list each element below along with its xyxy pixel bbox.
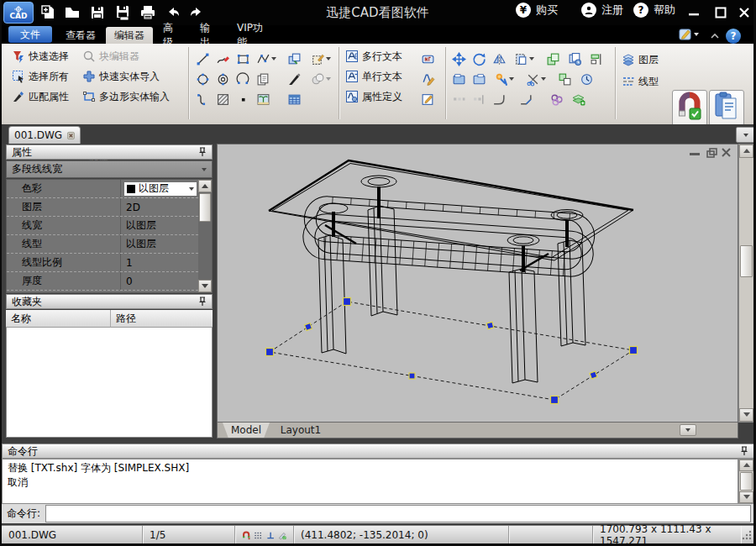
- layout1-tab[interactable]: Layout1: [273, 423, 328, 438]
- tab-editor[interactable]: 编辑器: [106, 27, 153, 44]
- property-row-layer[interactable]: 图层 2D: [7, 198, 198, 217]
- wipeout-dropdown-caret[interactable]: [326, 77, 331, 81]
- group-objects-button[interactable]: [558, 71, 576, 87]
- rect-array-button[interactable]: [452, 71, 470, 87]
- add-layer-button[interactable]: [571, 91, 590, 108]
- image-tool-button[interactable]: [256, 91, 275, 108]
- hatch-tool-button[interactable]: [216, 91, 234, 108]
- register-button[interactable]: 注册: [581, 3, 623, 18]
- properties-pin-icon[interactable]: [198, 147, 207, 157]
- insert-block-button[interactable]: [287, 50, 306, 67]
- match-properties-button[interactable]: 匹配属性: [12, 89, 69, 104]
- close-button[interactable]: [734, 3, 754, 23]
- command-pin-icon[interactable]: [740, 446, 748, 456]
- grid-toggle-icon[interactable]: [254, 529, 262, 542]
- point-tool-button[interactable]: [236, 91, 255, 108]
- command-input[interactable]: [45, 505, 751, 522]
- tab-viewer[interactable]: 查看器: [57, 27, 104, 44]
- property-type-selector[interactable]: 多段线线宽: [6, 160, 213, 178]
- offset-dropdown-caret[interactable]: [529, 57, 534, 60]
- text-style-button[interactable]: [421, 71, 439, 87]
- color-combobox[interactable]: 以图层: [123, 181, 197, 197]
- drawing-canvas[interactable]: [217, 144, 738, 423]
- rotate-tool-button[interactable]: [472, 50, 491, 67]
- favorites-list-body[interactable]: [6, 328, 213, 438]
- quick-select-button[interactable]: 快速选择: [12, 49, 69, 64]
- property-row-thickness[interactable]: 厚度 0: [7, 272, 198, 291]
- command-history[interactable]: 替换 [TXT.shx] 字体为 [SIMPLEX.SHX] 取消: [2, 459, 738, 504]
- erase-dropdown-caret[interactable]: [509, 77, 514, 81]
- circle-tool-button[interactable]: [196, 71, 214, 87]
- document-tab[interactable]: 001.DWG: [8, 126, 81, 144]
- linetype-button[interactable]: 线型: [622, 74, 659, 89]
- tab-output[interactable]: 输出: [192, 27, 227, 44]
- menu-help-icon[interactable]: ?: [726, 27, 741, 44]
- fillet-tool-button[interactable]: [492, 91, 511, 108]
- collapse-ribbon-icon[interactable]: [709, 29, 721, 45]
- arc-tool-button[interactable]: [236, 71, 255, 87]
- rectangle-tool-button[interactable]: [236, 50, 255, 67]
- dtext-button[interactable]: 单行文本: [345, 69, 402, 84]
- maximize-button[interactable]: [711, 3, 731, 23]
- align-tool-button[interactable]: [590, 50, 608, 67]
- block-editor-button[interactable]: 块编辑器: [82, 49, 139, 64]
- select-all-button[interactable]: 选择所有: [12, 69, 69, 84]
- copy-with-basepoint-button[interactable]: [568, 50, 586, 67]
- canvas-vertical-scrollbar[interactable]: [738, 144, 754, 423]
- favorites-name-column-header[interactable]: 名称: [6, 310, 111, 328]
- chamfer-tool-button[interactable]: [519, 91, 538, 108]
- erase-tool-button[interactable]: [494, 71, 519, 87]
- spline-tool-button[interactable]: [196, 91, 214, 108]
- copy-tool-button[interactable]: [546, 50, 564, 67]
- quick-edit-icon[interactable]: [679, 28, 699, 45]
- property-row-linetype[interactable]: 线型 以图层: [7, 235, 198, 254]
- tab-close-icon[interactable]: [67, 130, 75, 141]
- polyline-dropdown-caret[interactable]: [271, 57, 276, 60]
- layers-button[interactable]: 图层: [622, 52, 659, 67]
- line-tool-button[interactable]: [196, 50, 214, 67]
- polyline-tool-button[interactable]: [256, 50, 281, 67]
- buy-button[interactable]: ¥ 购买: [516, 3, 558, 18]
- region-tool-button[interactable]: [549, 91, 568, 108]
- properties-scrollbar[interactable]: [198, 180, 212, 292]
- mtext-button[interactable]: 多行文本: [345, 49, 402, 64]
- field-tool-button[interactable]: [421, 50, 439, 67]
- time-tool-button[interactable]: [580, 71, 598, 87]
- boundary-dropdown-caret[interactable]: [326, 57, 331, 60]
- donut-tool-button[interactable]: [216, 71, 234, 87]
- help-button[interactable]: ? 帮助: [633, 3, 675, 18]
- polygon-entity-input-button[interactable]: 多边形实体输入: [82, 89, 170, 104]
- trim-dropdown-caret[interactable]: [541, 77, 546, 81]
- command-scrollbar[interactable]: [738, 459, 754, 504]
- model-tab[interactable]: Model: [223, 423, 270, 438]
- minimize-button[interactable]: [684, 3, 704, 23]
- table-tool-button[interactable]: [287, 91, 306, 108]
- trim-tool-button[interactable]: [526, 71, 551, 87]
- property-row-color[interactable]: 色彩 以图层: [7, 180, 198, 198]
- mirror-tool-button[interactable]: [492, 50, 511, 67]
- boundary-tool-button[interactable]: [311, 50, 336, 67]
- ortho-toggle-icon[interactable]: [266, 529, 275, 542]
- pen-tool-button[interactable]: [287, 71, 306, 87]
- tab-file[interactable]: 文件: [8, 26, 52, 43]
- path-array-button[interactable]: [472, 71, 491, 87]
- quick-entity-import-button[interactable]: 快速实体导入: [82, 69, 160, 84]
- offset-tool-button[interactable]: [514, 50, 539, 67]
- snap-toggle-icon[interactable]: [242, 529, 250, 542]
- tab-vip[interactable]: VIP功能: [228, 27, 277, 44]
- tab-advanced[interactable]: 高级: [155, 27, 190, 44]
- edit-text-button[interactable]: [421, 91, 439, 108]
- array-disabled-button[interactable]: [452, 91, 470, 108]
- draw-order-toggle-icon[interactable]: [278, 529, 286, 542]
- sketch-tool-button[interactable]: [216, 50, 234, 67]
- property-row-ltscale[interactable]: 线型比例 1: [7, 254, 198, 272]
- favorites-pin-icon[interactable]: [198, 297, 207, 307]
- tab-list-dropdown-button[interactable]: [736, 127, 755, 143]
- favorites-path-column-header[interactable]: 路径: [111, 310, 213, 328]
- attribute-definition-button[interactable]: 属性定义: [345, 89, 402, 104]
- divide-disabled-button[interactable]: [472, 91, 491, 108]
- move-tool-button[interactable]: [452, 50, 470, 67]
- layout-scroll-button[interactable]: [680, 424, 696, 436]
- copy-object-button[interactable]: [256, 71, 275, 87]
- wipeout-tool-button[interactable]: [311, 71, 336, 87]
